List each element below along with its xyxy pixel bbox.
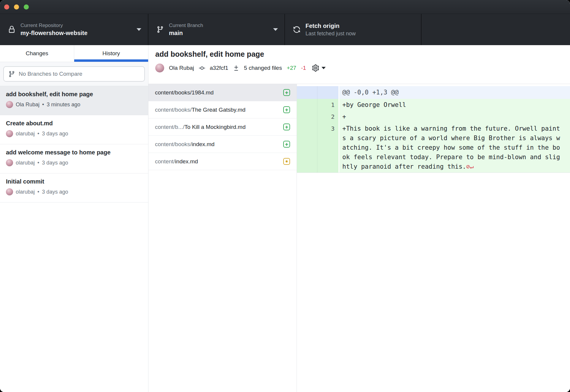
- close-button[interactable]: [4, 4, 9, 10]
- commit-list-item[interactable]: add welcome message to home page olaruba…: [0, 144, 148, 173]
- diff-options-button[interactable]: [312, 64, 326, 72]
- fetch-origin-button[interactable]: Fetch origin Last fetched just now: [285, 14, 422, 45]
- commit-list-item[interactable]: Create about.md olarubaj • 3 days ago: [0, 115, 148, 144]
- meta-separator: •: [37, 160, 39, 166]
- commit-author: olarubaj: [16, 131, 35, 137]
- diff-icon: [233, 65, 239, 71]
- commit-list-item[interactable]: add bookshelf, edit home page Ola Rubaj …: [0, 86, 148, 115]
- gear-icon: [312, 64, 319, 72]
- avatar: [6, 188, 13, 195]
- commit-author: Ola Rubaj: [16, 102, 39, 108]
- commit-time: 3 minutes ago: [47, 102, 80, 108]
- line-number: 2: [317, 111, 338, 123]
- tab-changes[interactable]: Changes: [0, 45, 74, 62]
- git-commit-icon: [199, 65, 205, 71]
- app-window: Current Repository my-flowershow-website…: [0, 0, 570, 392]
- diff-modified-icon: [283, 158, 290, 165]
- chevron-down-icon: [322, 67, 326, 69]
- avatar: [6, 130, 13, 137]
- commit-author: olarubaj: [16, 160, 35, 166]
- diff-added-icon: [283, 141, 290, 148]
- commit-author: Ola Rubaj: [169, 65, 194, 71]
- meta-separator: •: [42, 102, 44, 108]
- repository-name: my-flowershow-website: [20, 30, 88, 37]
- meta-separator: •: [37, 131, 39, 137]
- toolbar-spacer: [422, 14, 570, 45]
- diff-added-line: 1 +by George Orwell: [297, 99, 570, 111]
- branch-name: main: [169, 30, 203, 37]
- sidebar-tabs: Changes History: [0, 45, 148, 62]
- diff-added-line: 2 +: [297, 111, 570, 123]
- diff-added-icon: [283, 106, 290, 113]
- chevron-down-icon: [273, 28, 278, 31]
- zoom-button[interactable]: [24, 4, 29, 10]
- changed-files-count: 5 changed files: [244, 65, 282, 71]
- lock-icon: [8, 26, 15, 33]
- commit-time: 3 days ago: [42, 131, 68, 137]
- toolbar: Current Repository my-flowershow-website…: [0, 14, 570, 45]
- fetch-subtitle: Last fetched just now: [305, 31, 356, 37]
- diff-added-icon: [283, 124, 290, 130]
- diff-added-icon: [283, 89, 290, 96]
- repository-label: Current Repository: [20, 23, 88, 29]
- branch-filter-row: No Branches to Compare: [0, 62, 148, 86]
- titlebar: [0, 0, 570, 14]
- file-row[interactable]: content/b.../To Kill a Mockingbird.md: [148, 118, 297, 136]
- sync-icon: [293, 26, 300, 33]
- commit-time: 3 days ago: [42, 160, 68, 166]
- avatar: [6, 101, 13, 108]
- branch-filter-placeholder: No Branches to Compare: [19, 71, 82, 77]
- commit-title: add bookshelf, edit home page: [155, 50, 570, 59]
- deletions-count: -1: [301, 65, 306, 71]
- commit-time: 3 days ago: [42, 189, 68, 195]
- window-controls: [4, 4, 29, 10]
- no-newline-icon: ⊘↵: [466, 163, 474, 170]
- git-branch-icon: [156, 26, 164, 33]
- branch-compare-filter[interactable]: No Branches to Compare: [3, 66, 145, 82]
- file-row[interactable]: content/books/index.md: [148, 136, 297, 153]
- repository-switcher[interactable]: Current Repository my-flowershow-website: [0, 14, 148, 45]
- commit-list-item[interactable]: Initial commit olarubaj • 3 days ago: [0, 173, 148, 203]
- line-number: 1: [317, 99, 338, 111]
- meta-separator: •: [37, 189, 39, 195]
- git-branch-icon: [8, 71, 15, 78]
- file-row[interactable]: content/index.md: [148, 153, 297, 170]
- tab-history[interactable]: History: [74, 45, 148, 62]
- commit-detail-pane: add bookshelf, edit home page Ola Rubaj …: [148, 45, 570, 392]
- file-row[interactable]: content/books/The Great Gatsby.md: [148, 101, 297, 118]
- commit-detail-header: add bookshelf, edit home page Ola Rubaj …: [148, 45, 570, 84]
- diff-hunk-header: @@ -0,0 +1,3 @@: [297, 86, 570, 99]
- chevron-down-icon: [137, 28, 141, 31]
- diff-added-line: 3 +This book is like a warning from the …: [297, 123, 570, 173]
- fetch-title: Fetch origin: [305, 23, 356, 29]
- branch-label: Current Branch: [169, 23, 203, 29]
- line-number: 3: [317, 123, 338, 173]
- avatar: [6, 159, 13, 166]
- commit-history-list: add bookshelf, edit home page Ola Rubaj …: [0, 86, 148, 392]
- branch-switcher[interactable]: Current Branch main: [148, 14, 285, 45]
- changed-files-list: content/books/1984.md content/books/The …: [148, 84, 297, 392]
- commit-sha: a32fcf1: [210, 65, 228, 71]
- sidebar: Changes History No Branches to Compare a…: [0, 45, 148, 392]
- diff-view: @@ -0,0 +1,3 @@ 1 +by George Orwell 2 +: [297, 84, 570, 392]
- additions-count: +27: [287, 65, 296, 71]
- commit-author: olarubaj: [16, 189, 35, 195]
- minimize-button[interactable]: [14, 4, 19, 10]
- avatar: [155, 64, 164, 72]
- file-row[interactable]: content/books/1984.md: [148, 84, 297, 101]
